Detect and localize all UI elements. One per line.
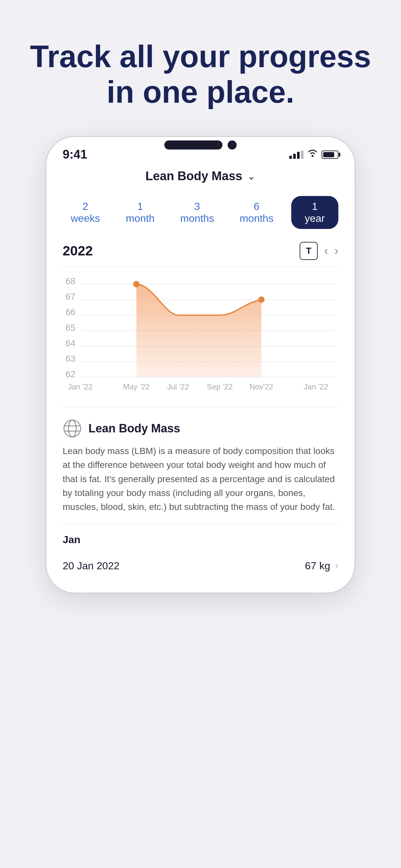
svg-point-16 — [258, 297, 265, 303]
year-nav: 2022 T ‹ › — [63, 242, 338, 267]
notch-pill — [164, 141, 222, 150]
svg-point-0 — [312, 155, 313, 157]
svg-text:67: 67 — [66, 291, 75, 302]
status-time: 9:41 — [63, 148, 87, 161]
signal-icon — [289, 151, 304, 159]
entry-value: 67 kg — [305, 560, 330, 572]
svg-text:Jan '22: Jan '22 — [68, 382, 93, 391]
chevron-right-icon: › — [335, 561, 338, 571]
tab-2weeks[interactable]: 2 weeks — [63, 198, 108, 227]
info-description: Lean body mass (LBM) is a measure of bod… — [63, 444, 338, 514]
t-button[interactable]: T — [300, 242, 318, 260]
svg-text:65: 65 — [66, 322, 75, 333]
svg-text:Nov'22: Nov'22 — [250, 382, 273, 391]
battery-icon — [321, 151, 338, 159]
svg-text:68: 68 — [66, 276, 75, 286]
svg-text:Sep '22: Sep '22 — [207, 382, 233, 391]
lean-body-mass-icon — [63, 419, 82, 438]
month-label: Jan — [63, 534, 338, 546]
info-title: Lean Body Mass — [89, 422, 180, 435]
next-arrow[interactable]: › — [335, 244, 338, 258]
notch-camera — [227, 141, 237, 150]
info-header: Lean Body Mass — [63, 419, 338, 438]
chart: 68 67 66 65 64 63 62 — [63, 275, 338, 397]
info-section: Lean Body Mass Lean body mass (LBM) is a… — [63, 407, 338, 514]
status-bar: 9:41 — [47, 137, 354, 169]
status-icons — [289, 149, 338, 160]
svg-text:Jul '22: Jul '22 — [167, 382, 189, 391]
year-label: 2022 — [63, 243, 93, 259]
svg-point-24 — [68, 420, 76, 437]
hero-title: Track all your progress in one place. — [0, 39, 401, 110]
tab-6months[interactable]: 6 months — [232, 198, 281, 227]
tab-3months[interactable]: 3 months — [173, 198, 222, 227]
chevron-down-icon[interactable]: ⌄ — [247, 170, 255, 182]
tab-1year[interactable]: 1 year — [291, 196, 338, 229]
svg-text:62: 62 — [66, 369, 75, 379]
wifi-icon — [307, 149, 318, 160]
time-range-tabs: 2 weeks 1 month 3 months 6 months 1 year — [63, 196, 338, 229]
phone-notch — [146, 137, 255, 153]
phone-mockup: 9:41 L — [45, 136, 356, 593]
screen-header: Lean Body Mass ⌄ — [63, 169, 338, 183]
month-section: Jan 20 Jan 2022 67 kg › — [63, 524, 338, 580]
year-controls: T ‹ › — [300, 242, 338, 260]
svg-point-15 — [133, 281, 140, 287]
svg-point-23 — [64, 420, 81, 437]
svg-text:Jan '22: Jan '22 — [304, 382, 328, 391]
svg-text:64: 64 — [66, 338, 75, 348]
svg-text:May '22: May '22 — [123, 382, 150, 391]
prev-arrow[interactable]: ‹ — [324, 244, 328, 258]
svg-text:63: 63 — [66, 353, 75, 364]
tab-1month[interactable]: 1 month — [118, 198, 163, 227]
entry-row[interactable]: 20 Jan 2022 67 kg › — [63, 552, 338, 580]
svg-text:66: 66 — [66, 307, 75, 317]
entry-date: 20 Jan 2022 — [63, 560, 120, 572]
phone-screen: Lean Body Mass ⌄ 2 weeks 1 month 3 month… — [47, 169, 354, 580]
screen-title: Lean Body Mass — [146, 169, 243, 183]
entry-right: 67 kg › — [305, 560, 338, 572]
